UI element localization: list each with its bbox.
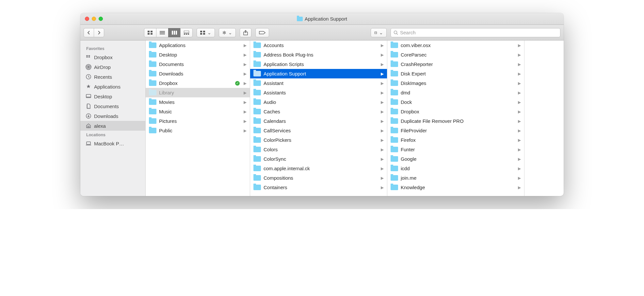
dropbox-icon [86,54,91,60]
share-button[interactable] [240,28,251,37]
file-row[interactable]: Compositions▶ [250,173,387,183]
desktop-icon [86,93,91,99]
folder-icon [297,17,303,21]
file-row[interactable]: Public▶ [146,126,250,135]
file-row[interactable]: Applications▶ [146,41,250,50]
file-row[interactable]: CrashReporter▶ [387,59,524,69]
file-row[interactable]: Music▶ [146,107,250,116]
file-row[interactable]: Knowledge▶ [387,183,524,192]
arrange-button[interactable]: ⌄ [197,28,215,37]
chevron-right-icon: ▶ [379,157,384,161]
chevron-right-icon: ▶ [379,109,384,114]
sidebar[interactable]: FavoritesDropboxAirDropRecentsApplicatio… [80,41,146,196]
back-button[interactable] [84,28,94,37]
file-row[interactable]: Containers▶ [250,183,387,192]
file-row[interactable]: Google▶ [387,154,524,164]
sidebar-item-applications[interactable]: Applications [80,82,145,91]
titlebar[interactable]: Application Support [80,13,564,25]
file-row[interactable]: Desktop▶ [146,50,250,59]
dropbox-toolbar-button[interactable]: ⧈⌄ [371,28,387,37]
file-row[interactable]: Accounts▶ [250,41,387,50]
file-row[interactable]: Audio▶ [250,97,387,107]
file-row[interactable]: Assistant▶ [250,78,387,88]
folder-icon [253,156,261,162]
minimize-button[interactable] [92,17,96,21]
search-input[interactable] [400,30,557,35]
file-row[interactable]: Application Support▶ [250,69,387,78]
sidebar-item-dropbox[interactable]: Dropbox [80,52,145,62]
folder-icon [253,61,261,67]
file-row[interactable]: Documents▶ [146,59,250,69]
folder-icon [149,61,156,67]
file-row[interactable]: Dropbox✓▶ [146,78,250,88]
tags-button[interactable] [255,28,269,37]
column-1[interactable]: Accounts▶Address Book Plug-Ins▶Applicati… [250,41,387,196]
file-row[interactable]: Dropbox▶ [387,107,524,116]
sidebar-item-downloads[interactable]: Downloads [80,111,145,121]
chevron-right-icon: ▶ [242,119,247,123]
file-row[interactable]: Disk Expert▶ [387,69,524,78]
file-row[interactable]: com.apple.internal.ck▶ [250,164,387,173]
file-row[interactable]: DiskImages▶ [387,78,524,88]
traffic-lights [80,17,103,21]
list-view-button[interactable] [156,28,168,37]
file-label: Assistants [264,90,379,95]
column-2[interactable]: com.viber.osx▶CoreParsec▶CrashReporter▶D… [387,41,524,196]
file-row[interactable]: Calendars▶ [250,116,387,126]
sidebar-item-macbook-p-[interactable]: MacBook P… [80,139,145,148]
file-row[interactable]: Pictures▶ [146,116,250,126]
file-label: CallServices [264,128,379,133]
recents-icon [86,74,91,80]
file-label: Compositions [264,175,379,181]
file-row[interactable]: ColorSync▶ [250,154,387,164]
svg-rect-7 [172,31,173,35]
file-row[interactable]: Dock▶ [387,97,524,107]
file-row[interactable]: Library▶ [146,88,250,97]
sidebar-item-recents[interactable]: Recents [80,72,145,82]
file-label: Calendars [264,118,379,124]
action-button[interactable]: ✻⌄ [219,28,236,37]
zoom-button[interactable] [99,17,103,21]
sidebar-item-alexa[interactable]: alexa [80,121,145,131]
search-field[interactable] [391,28,560,37]
file-row[interactable]: FileProvider▶ [387,126,524,135]
folder-icon [391,137,398,143]
file-row[interactable]: Assistants▶ [250,88,387,97]
file-row[interactable]: join.me▶ [387,173,524,183]
file-row[interactable]: Funter▶ [387,145,524,154]
file-row[interactable]: com.viber.osx▶ [387,41,524,50]
icon-view-button[interactable] [144,28,156,37]
chevron-right-icon: ▶ [516,62,521,67]
column-browser[interactable]: Applications▶Desktop▶Documents▶Downloads… [146,41,564,196]
file-row[interactable]: Firefox▶ [387,135,524,145]
file-row[interactable]: Caches▶ [250,107,387,116]
column-view-button[interactable] [168,28,180,37]
close-button[interactable] [85,17,89,21]
file-row[interactable]: CallServices▶ [250,126,387,135]
file-row[interactable]: Address Book Plug-Ins▶ [250,50,387,59]
gallery-view-button[interactable] [180,28,193,37]
chevron-right-icon: ▶ [379,53,384,57]
file-label: Pictures [159,118,242,124]
column-0[interactable]: Applications▶Desktop▶Documents▶Downloads… [146,41,250,196]
folder-icon [253,128,261,133]
chevron-right-icon: ▶ [379,176,384,180]
file-row[interactable]: Application Scripts▶ [250,59,387,69]
file-row[interactable]: Downloads▶ [146,69,250,78]
folder-icon [253,166,261,171]
file-row[interactable]: icdd▶ [387,164,524,173]
sidebar-item-desktop[interactable]: Desktop [80,91,145,101]
file-label: Application Support [264,71,379,76]
file-label: com.viber.osx [401,42,516,48]
file-row[interactable]: Movies▶ [146,97,250,107]
sidebar-item-label: Applications [94,84,121,90]
sidebar-item-airdrop[interactable]: AirDrop [80,62,145,72]
sidebar-item-documents[interactable]: Documents [80,101,145,111]
file-row[interactable]: Colors▶ [250,145,387,154]
file-row[interactable]: CoreParsec▶ [387,50,524,59]
file-label: Applications [159,42,242,48]
file-row[interactable]: dmd▶ [387,88,524,97]
forward-button[interactable] [94,28,104,37]
file-row[interactable]: ColorPickers▶ [250,135,387,145]
file-row[interactable]: Duplicate File Remover PRO▶ [387,116,524,126]
